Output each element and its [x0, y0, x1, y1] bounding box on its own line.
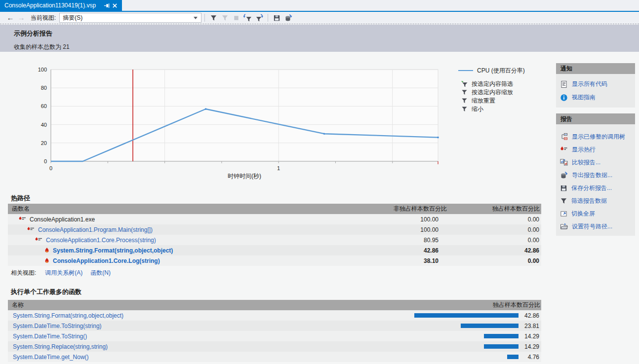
sidebar-item-show-all-code[interactable]: 显示所有代码 — [556, 77, 635, 91]
sidebar-item-show-hot-lines[interactable]: 显示热行 — [556, 143, 635, 156]
document-tab[interactable]: ConsoleApplication1130419(1).vsp — [0, 0, 122, 11]
symbol-path-icon — [560, 222, 568, 230]
filter-data-icon — [560, 197, 567, 205]
table-row[interactable]: System.String.Format(string,object,objec… — [8, 245, 541, 255]
inclusive-pct: 100.00 — [368, 226, 447, 233]
function-name-link[interactable]: ConsoleApplication1.Core.Process(string) — [46, 237, 156, 244]
top-functions-table: 名称 独占样本数百分比 System.String.Format(string,… — [8, 300, 541, 362]
related-view-functions-link[interactable]: 函数(N) — [90, 269, 111, 276]
zoom-by-selection-icon[interactable] — [253, 13, 265, 23]
sidebar-item-label: 导出报告数据... — [572, 171, 612, 180]
function-name-link[interactable]: System.String.Format(string,object,objec… — [13, 312, 123, 319]
x-tick-label: 0 — [49, 165, 52, 171]
column-header-inclusive-pct[interactable]: 非独占样本数百分比 — [368, 205, 447, 213]
column-header-exclusive-pct[interactable]: 独占样本数百分比 — [274, 301, 541, 309]
zoom-by-selection-icon — [461, 89, 468, 96]
inclusive-pct: 38.10 — [368, 257, 447, 264]
notifications-section-header: 通知 — [556, 63, 635, 74]
function-name-link[interactable]: System.DateTime.ToString() — [13, 333, 87, 340]
function-name-link[interactable]: System.String.Replace(string,string) — [13, 343, 108, 350]
zoom-by-selection-button[interactable]: 按选定内容缩放 — [461, 88, 513, 97]
filter-disabled-icon[interactable] — [219, 13, 231, 23]
column-header-function-name[interactable]: 函数名 — [8, 205, 368, 213]
sidebar-item-label: 筛选报告数据 — [571, 197, 607, 205]
close-icon[interactable] — [112, 3, 118, 8]
sidebar-item-view-guide[interactable]: 视图指南 — [556, 91, 635, 104]
y-tick-label: 60 — [41, 103, 47, 109]
function-name-link[interactable]: ConsoleApplication1.Program.Main(string[… — [38, 226, 153, 233]
exclusive-pct: 23.81 — [519, 323, 541, 329]
chart-control-label: 按选定内容筛选 — [472, 80, 513, 88]
export-data-icon — [560, 171, 568, 179]
fullscreen-icon — [560, 210, 567, 218]
sidebar-item-filter-report-data[interactable]: 筛选报告数据 — [556, 194, 635, 207]
hot-path-title: 热路径 — [11, 194, 30, 203]
trimmed-call-tree-icon — [560, 133, 568, 141]
hot-path-table-header: 函数名 非独占样本数百分比 独占样本数百分比 — [8, 204, 541, 214]
hot-lines-icon — [560, 146, 568, 153]
legend-line-marker — [458, 69, 473, 72]
view-selector-dropdown[interactable]: 摘要(S) — [59, 13, 201, 23]
hot-path-table: 函数名 非独占样本数百分比 独占样本数百分比 ConsoleApplicatio… — [8, 204, 541, 266]
inclusive-pct: 42.86 — [368, 247, 447, 254]
sidebar-item-export-report-data[interactable]: 导出报告数据... — [556, 169, 635, 182]
pin-icon[interactable] — [104, 2, 110, 9]
cpu-usage-chart[interactable]: 0 20 40 60 80 100 0 1 时钟时间(秒) — [10, 62, 447, 180]
report-content: 0 20 40 60 80 100 0 1 时钟时间(秒) CPU (使用百分率… — [0, 52, 639, 364]
filter-by-selection-button[interactable]: 按选定内容筛选 — [461, 80, 513, 88]
zoom-reset-icon — [461, 98, 468, 104]
function-name-link[interactable]: System.DateTime.ToString(string) — [13, 323, 102, 329]
sidebar-item-set-symbol-path[interactable]: 设置符号路径... — [556, 220, 635, 233]
inclusive-pct: 100.00 — [368, 216, 447, 223]
table-row[interactable]: System.DateTime.get_Now() 4.76 — [8, 352, 541, 362]
save-icon[interactable] — [271, 13, 282, 23]
filter-by-selection-icon[interactable] — [242, 13, 253, 23]
report-subtitle: 收集的样本总数为 21 — [14, 38, 639, 51]
zoom-reset-button[interactable]: 缩放重置 — [461, 97, 513, 105]
y-tick-label: 80 — [41, 85, 47, 91]
sidebar-item-toggle-fullscreen[interactable]: 切换全屏 — [556, 207, 635, 220]
plot-area — [51, 70, 438, 161]
function-name-link[interactable]: System.DateTime.get_Now() — [13, 354, 89, 361]
filter-icon[interactable] — [208, 13, 219, 23]
info-icon — [560, 94, 568, 102]
sidebar-item-compare-reports[interactable]: 比较报告... — [556, 156, 635, 169]
table-row[interactable]: System.String.Format(string,object,objec… — [8, 310, 541, 321]
function-name-link[interactable]: System.String.Format(string,object,objec… — [53, 247, 173, 254]
report-header: 示例分析报告 收集的样本总数为 21 — [0, 25, 639, 52]
table-row[interactable]: ConsoleApplication1.exe 100.00 0.00 — [8, 214, 541, 224]
report-toolbar: ← → 当前视图: 摘要(S) — [0, 12, 639, 24]
toolbar-separator — [204, 14, 205, 22]
table-row[interactable]: ConsoleApplication1.Program.Main(string[… — [8, 224, 541, 235]
function-name-link[interactable]: ConsoleApplication1.Core.Log(string) — [53, 257, 160, 264]
back-arrow-icon[interactable]: ← — [5, 13, 16, 23]
pct-bar — [507, 355, 519, 359]
table-row[interactable]: ConsoleApplication1.Core.Log(string) 38.… — [8, 255, 541, 266]
related-views-label: 相关视图: — [11, 269, 36, 276]
stop-icon[interactable] — [231, 13, 242, 23]
sidebar-item-save-analyzed-report[interactable]: 保存分析报告... — [556, 182, 635, 194]
zoom-out-icon — [461, 106, 468, 112]
table-row[interactable]: ConsoleApplication1.Core.Process(string)… — [8, 235, 541, 245]
table-row[interactable]: System.DateTime.ToString(string) 23.81 — [8, 321, 541, 331]
column-header-name[interactable]: 名称 — [8, 301, 274, 309]
exclusive-pct: 14.29 — [519, 343, 541, 350]
chevron-down-icon — [194, 17, 198, 19]
table-row[interactable]: System.DateTime.ToString() 14.29 — [8, 331, 541, 341]
sidebar-item-trimmed-call-tree[interactable]: 显示已修整的调用树 — [556, 130, 635, 143]
export-icon[interactable] — [282, 13, 294, 23]
zoom-out-button[interactable]: 缩小 — [461, 105, 513, 113]
chart-legend: CPU (使用百分率) — [458, 67, 525, 74]
flame-icon — [44, 258, 49, 264]
save-report-icon — [560, 184, 567, 192]
forward-arrow-icon[interactable]: → — [16, 13, 27, 23]
exclusive-pct: 4.76 — [519, 354, 541, 361]
exclusive-pct: 0.00 — [447, 237, 541, 244]
pct-bar — [484, 334, 519, 338]
y-tick-label: 40 — [41, 122, 47, 128]
table-row[interactable]: System.String.Replace(string,string) 14.… — [8, 341, 541, 352]
column-header-exclusive-pct[interactable]: 独占样本数百分比 — [447, 205, 541, 213]
related-view-call-tree-link[interactable]: 调用关系树(A) — [45, 269, 82, 276]
pct-bar-cell — [274, 355, 519, 359]
pct-bar — [414, 313, 519, 318]
